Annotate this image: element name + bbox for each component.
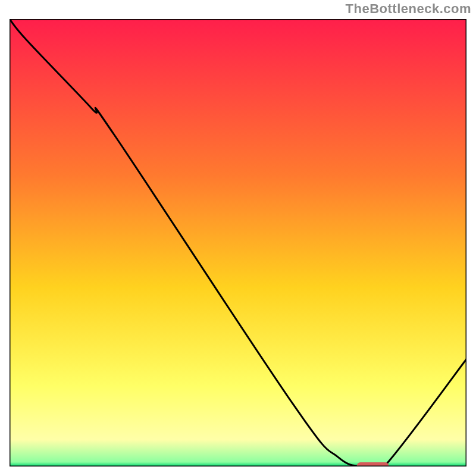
gradient-background: [10, 19, 466, 466]
chart-frame: TheBottleneck.com: [0, 0, 476, 476]
attribution-label: TheBottleneck.com: [346, 1, 471, 17]
plot-area: [10, 19, 466, 466]
chart-svg: [10, 19, 466, 466]
